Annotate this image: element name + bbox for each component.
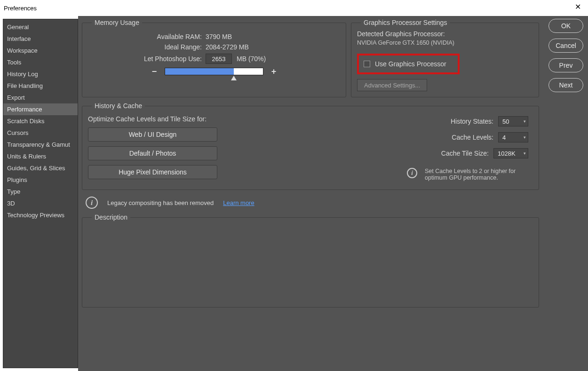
sidebar-item-guides-grid-slices[interactable]: Guides, Grid & Slices [3, 162, 78, 174]
ok-button[interactable]: OK [548, 19, 583, 33]
info-icon: i [407, 168, 417, 178]
available-ram-value: 3790 MB [206, 33, 281, 40]
chevron-down-icon: ▾ [524, 119, 526, 124]
use-gpu-checkbox[interactable] [364, 61, 370, 67]
sidebar-item-export[interactable]: Export [3, 92, 78, 103]
use-gpu-label: Use Graphics Processor [375, 60, 446, 68]
sidebar-item-interface[interactable]: Interface [3, 33, 78, 45]
dialog-buttons: OK Cancel Prev Next [548, 19, 583, 92]
sidebar-item-history-log[interactable]: History Log [3, 68, 78, 80]
learn-more-link[interactable]: Learn more [223, 199, 254, 206]
main: General Interface Workspace Tools Histor… [0, 16, 588, 371]
next-button[interactable]: Next [548, 78, 583, 92]
sidebar-item-scratch-disks[interactable]: Scratch Disks [3, 115, 78, 127]
sidebar-item-transparency-gamut[interactable]: Transparency & Gamut [3, 139, 78, 150]
description-group: Description [82, 213, 539, 308]
gpu-settings-group: Graphics Processor Settings Detected Gra… [351, 19, 539, 97]
memory-slider-fill [165, 68, 234, 75]
memory-slider[interactable] [165, 68, 263, 75]
history-cache-group: History & Cache Optimize Cache Levels an… [82, 102, 539, 190]
memory-increase-button[interactable]: + [270, 68, 278, 75]
detected-gpu-label: Detected Graphics Processor: [357, 30, 533, 38]
chevron-down-icon: ▾ [524, 135, 526, 140]
sidebar-item-general[interactable]: General [3, 21, 78, 33]
info-icon: i [86, 197, 98, 209]
cache-tile-size-dropdown[interactable]: 1028K ▾ [493, 148, 528, 158]
memory-suffix: MB (70%) [237, 55, 266, 63]
memory-slider-thumb[interactable] [231, 76, 237, 80]
detected-gpu-name: NVIDIA GeForce GTX 1650 (NVIDIA) [357, 39, 533, 46]
sidebar-item-file-handling[interactable]: File Handling [3, 80, 78, 92]
history-cache-legend: History & Cache [92, 102, 145, 110]
cache-levels-dropdown[interactable]: 4 ▾ [498, 132, 528, 142]
sidebar-item-workspace[interactable]: Workspace [3, 45, 78, 56]
sidebar-item-units-rulers[interactable]: Units & Rulers [3, 150, 78, 162]
titlebar: Preferences ✕ [0, 0, 588, 16]
cache-hint-text: Set Cache Levels to 2 or higher for opti… [425, 168, 528, 181]
preset-default-photos-button[interactable]: Default / Photos [88, 146, 217, 160]
let-photoshop-use-label: Let Photoshop Use: [88, 55, 206, 63]
sidebar-item-technology-previews[interactable]: Technology Previews [3, 209, 78, 221]
memory-usage-legend: Memory Usage [92, 19, 142, 26]
available-ram-label: Available RAM: [88, 33, 206, 40]
content-panel: OK Cancel Prev Next Memory Usage Availab… [78, 16, 588, 371]
use-gpu-highlight: Use Graphics Processor [357, 54, 460, 74]
ideal-range-value: 2084-2729 MB [206, 43, 281, 51]
description-legend: Description [92, 213, 130, 221]
cache-tile-size-value: 1028K [498, 150, 516, 157]
cancel-button[interactable]: Cancel [548, 39, 583, 53]
memory-input[interactable] [206, 54, 232, 64]
cache-levels-label: Cache Levels: [376, 134, 493, 141]
memory-usage-group: Memory Usage Available RAM: 3790 MB Idea… [82, 19, 346, 97]
window-title: Preferences [4, 5, 37, 12]
history-states-dropdown[interactable]: 50 ▾ [498, 116, 528, 126]
close-icon[interactable]: ✕ [572, 2, 583, 14]
chevron-down-icon: ▾ [524, 151, 526, 156]
sidebar-item-performance[interactable]: Performance [3, 103, 78, 115]
sidebar-item-type[interactable]: Type [3, 186, 78, 197]
optimize-label: Optimize Cache Levels and Tile Size for: [88, 115, 229, 123]
ideal-range-label: Ideal Range: [88, 43, 206, 51]
history-states-label: History States: [376, 118, 493, 125]
memory-decrease-button[interactable]: − [151, 68, 158, 75]
history-states-value: 50 [502, 118, 509, 125]
cache-tile-size-label: Cache Tile Size: [371, 150, 489, 157]
gpu-settings-legend: Graphics Processor Settings [361, 19, 450, 26]
preset-web-ui-button[interactable]: Web / UI Design [88, 127, 217, 142]
cache-levels-value: 4 [502, 134, 506, 141]
legacy-compositing-text: Legacy compositing has been removed [107, 199, 214, 206]
sidebar-item-cursors[interactable]: Cursors [3, 127, 78, 139]
sidebar-item-3d[interactable]: 3D [3, 197, 78, 209]
sidebar-item-tools[interactable]: Tools [3, 56, 78, 68]
preset-huge-pixel-button[interactable]: Huge Pixel Dimensions [88, 165, 217, 179]
legacy-compositing-row: i Legacy compositing has been removed Le… [86, 197, 584, 209]
prev-button[interactable]: Prev [548, 58, 583, 72]
preferences-sidebar: General Interface Workspace Tools Histor… [3, 19, 78, 368]
advanced-settings-button[interactable]: Advanced Settings... [357, 79, 427, 91]
sidebar-item-plugins[interactable]: Plugins [3, 174, 78, 186]
